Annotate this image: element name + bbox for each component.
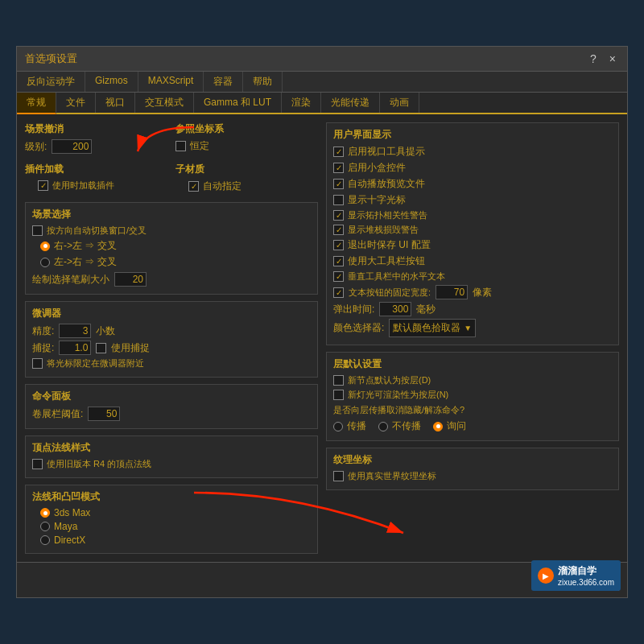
watermark-title: 溜溜自学: [558, 564, 614, 578]
ask-radio[interactable]: [433, 422, 443, 431]
save-ui-row: 退出时保存 UI 配置: [333, 238, 612, 252]
rollout-threshold-spinbox[interactable]: [88, 407, 120, 421]
large-toolbar-row: 使用大工具栏按钮: [333, 254, 612, 268]
crosshair-row: 显示十字光标: [333, 193, 612, 207]
save-ui-checkbox[interactable]: [333, 240, 344, 250]
milliseconds-label: 毫秒: [416, 303, 436, 316]
use-on-load-checkbox[interactable]: [38, 180, 48, 191]
tab-files[interactable]: 文件: [56, 93, 96, 113]
topology-warning-row: 显示拓扑相关性警告: [333, 209, 612, 221]
tab-render[interactable]: 渲染: [282, 93, 321, 113]
no-propagate-label: 不传播: [392, 419, 421, 433]
brush-size-row: 绘制选择笔刷大小: [32, 272, 311, 287]
no-propagate-radio[interactable]: [378, 422, 388, 431]
tab-interaction[interactable]: 交互模式: [135, 93, 194, 113]
limit-cursor-checkbox[interactable]: [32, 358, 43, 369]
auto-assign-checkbox[interactable]: [188, 181, 199, 192]
constant-checkbox[interactable]: [175, 141, 186, 151]
left-panel: 场景撤消 级别: 参照坐标系 恒定 插件加载: [25, 122, 318, 554]
minicontrol-row: 启用小盒控件: [333, 161, 612, 175]
mode-3dsmax-label: 3ds Max: [54, 507, 90, 518]
auto-preview-checkbox[interactable]: [333, 179, 344, 189]
popup-time-row: 弹出时间: 毫秒: [333, 302, 612, 316]
brush-size-label: 绘制选择笔刷大小: [32, 273, 109, 287]
real-world-row: 使用真实世界纹理坐标: [333, 470, 612, 482]
fixed-width-spinbox[interactable]: [436, 285, 468, 299]
propagate-row: 传播: [333, 419, 366, 433]
right-left-radio[interactable]: [40, 242, 50, 251]
use-snap-checkbox[interactable]: [96, 343, 106, 353]
scene-select-title: 场景选择: [32, 208, 311, 221]
use-old-vertex-row: 使用旧版本 R4 的顶点法线: [32, 458, 311, 470]
close-button[interactable]: ×: [606, 52, 619, 65]
color-picker-dropdown[interactable]: 默认颜色拾取器 ▼: [389, 319, 476, 337]
topology-warning-checkbox[interactable]: [333, 210, 344, 221]
stack-warning-checkbox[interactable]: [333, 225, 344, 235]
plugin-load-title: 插件加载: [25, 163, 167, 176]
viewport-tooltip-label: 启用视口工具提示: [348, 145, 425, 159]
auto-assign-label: 自动指定: [203, 180, 242, 193]
new-nodes-checkbox[interactable]: [333, 375, 344, 386]
auto-assign-row: 自动指定: [188, 180, 318, 193]
use-on-load-label: 使用时加载插件: [52, 180, 114, 192]
mode-maya-label: Maya: [54, 521, 77, 532]
color-picker-label: 颜色选择器:: [333, 321, 384, 335]
popup-time-spinbox[interactable]: [379, 302, 411, 316]
auto-switch-checkbox[interactable]: [32, 225, 43, 236]
real-world-label: 使用真实世界纹理坐标: [348, 470, 436, 482]
use-old-vertex-label: 使用旧版本 R4 的顶点法线: [47, 458, 151, 470]
horizontal-text-checkbox[interactable]: [333, 271, 344, 282]
brush-size-spinbox[interactable]: [114, 272, 147, 287]
scene-undo-sub: 场景撤消 级别:: [25, 122, 167, 156]
tab-containers[interactable]: 容器: [204, 72, 243, 92]
tab-maxscript[interactable]: MAXScript: [138, 72, 204, 92]
rollout-threshold-label: 卷展栏阈值:: [32, 407, 83, 421]
color-picker-value: 默认颜色拾取器: [393, 321, 460, 335]
minicontrol-checkbox[interactable]: [333, 163, 344, 173]
level-spinbox[interactable]: [52, 139, 92, 154]
right-left-label: 右->左 ⇒ 交叉: [54, 239, 117, 253]
scene-undo-title: 场景撤消: [25, 122, 167, 136]
viewport-tooltip-checkbox[interactable]: [333, 147, 344, 157]
tab-help[interactable]: 帮助: [243, 72, 283, 92]
viewport-tooltip-row: 启用视口工具提示: [333, 145, 612, 159]
real-world-checkbox[interactable]: [333, 471, 344, 481]
vertex-normal-section: 顶点法线样式 使用旧版本 R4 的顶点法线: [25, 436, 318, 478]
tab-gamma-lut[interactable]: Gamma 和 LUT: [194, 93, 282, 113]
spinner-title: 微调器: [32, 307, 311, 320]
help-button[interactable]: ?: [587, 52, 600, 65]
ask-label: 询问: [447, 419, 466, 433]
fixed-width-checkbox[interactable]: [333, 287, 344, 298]
propagation-row: 传播 不传播 询问: [333, 419, 612, 436]
tab-radiosity[interactable]: 光能传递: [321, 93, 380, 113]
mode-directx-radio[interactable]: [40, 535, 50, 545]
spinner-section: 微调器 精度: 小数 捕捉: 使用捕捉 将光标限定在微调器附近: [25, 301, 318, 378]
mode-3dsmax-radio[interactable]: [40, 508, 50, 518]
fixed-width-row: 文本按钮的固定宽度: 像素: [333, 285, 612, 299]
precision-row: 精度: 小数: [32, 324, 311, 338]
ref-coord-title: 参照坐标系: [175, 122, 318, 136]
no-propagate-row: 不传播: [378, 419, 421, 433]
large-toolbar-checkbox[interactable]: [333, 256, 344, 266]
tab-general[interactable]: 常规: [17, 93, 56, 114]
pixels-label: 像素: [473, 286, 492, 299]
watermark-url: zixue.3d66.com: [558, 578, 614, 587]
snap-label: 捕捉:: [32, 341, 54, 355]
left-right-radio[interactable]: [40, 258, 50, 267]
tab-viewport[interactable]: 视口: [96, 93, 135, 113]
mode-maya-radio[interactable]: [40, 522, 50, 531]
crosshair-checkbox[interactable]: [333, 195, 344, 205]
tab-inverse-kinematics[interactable]: 反向运动学: [17, 72, 85, 92]
propagate-radio[interactable]: [333, 422, 343, 431]
tab-gizmos[interactable]: Gizmos: [85, 72, 138, 92]
material-sub: 子材质 自动指定: [175, 163, 318, 196]
use-snap-label: 使用捕捉: [111, 341, 150, 355]
snap-spinbox[interactable]: [59, 341, 91, 355]
content-area: 场景撤消 级别: 参照坐标系 恒定 插件加载: [17, 114, 627, 562]
large-toolbar-label: 使用大工具栏按钮: [348, 254, 425, 268]
precision-spinbox[interactable]: [59, 324, 91, 338]
use-old-vertex-checkbox[interactable]: [32, 459, 43, 469]
new-lights-checkbox[interactable]: [333, 390, 344, 400]
tab-animation[interactable]: 动画: [380, 93, 419, 113]
use-on-load-row: 使用时加载插件: [38, 180, 167, 192]
